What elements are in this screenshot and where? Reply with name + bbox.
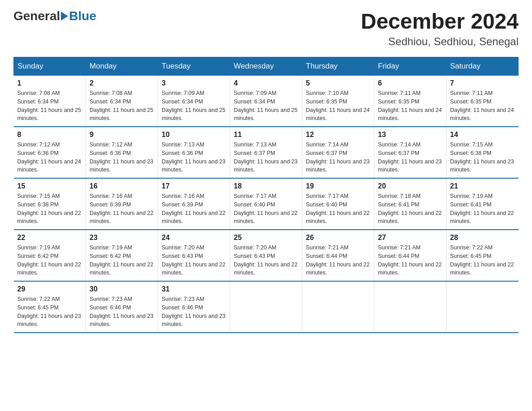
day-info: Sunrise: 7:22 AMSunset: 6:45 PMDaylight:… — [17, 295, 82, 329]
day-info: Sunrise: 7:19 AMSunset: 6:41 PMDaylight:… — [450, 192, 515, 226]
header-sunday: Sunday — [14, 57, 86, 76]
calendar-week-row: 15 Sunrise: 7:15 AMSunset: 6:38 PMDaylig… — [14, 178, 519, 230]
day-number: 21 — [450, 182, 515, 190]
day-info: Sunrise: 7:16 AMSunset: 6:39 PMDaylight:… — [162, 192, 226, 226]
month-title: December 2024 — [361, 9, 519, 34]
calendar-cell — [446, 281, 519, 333]
day-info: Sunrise: 7:21 AMSunset: 6:44 PMDaylight:… — [306, 244, 370, 277]
day-info: Sunrise: 7:14 AMSunset: 6:37 PMDaylight:… — [306, 141, 370, 174]
day-number: 22 — [17, 234, 82, 242]
day-number: 27 — [378, 234, 442, 242]
day-info: Sunrise: 7:08 AMSunset: 6:34 PMDaylight:… — [90, 89, 154, 123]
day-info: Sunrise: 7:21 AMSunset: 6:44 PMDaylight:… — [378, 244, 442, 277]
day-info: Sunrise: 7:19 AMSunset: 6:42 PMDaylight:… — [90, 244, 154, 277]
day-number: 25 — [234, 234, 298, 242]
day-number: 6 — [378, 79, 442, 87]
calendar-cell: 27 Sunrise: 7:21 AMSunset: 6:44 PMDaylig… — [374, 230, 446, 281]
calendar-cell: 31 Sunrise: 7:23 AMSunset: 6:46 PMDaylig… — [158, 281, 230, 333]
day-info: Sunrise: 7:23 AMSunset: 6:46 PMDaylight:… — [90, 295, 154, 329]
logo: General Blue — [13, 9, 96, 23]
day-info: Sunrise: 7:20 AMSunset: 6:43 PMDaylight:… — [162, 244, 226, 277]
day-info: Sunrise: 7:08 AMSunset: 6:34 PMDaylight:… — [17, 89, 82, 123]
day-number: 7 — [450, 79, 515, 87]
header-friday: Friday — [374, 57, 446, 76]
calendar-cell: 23 Sunrise: 7:19 AMSunset: 6:42 PMDaylig… — [86, 230, 158, 281]
calendar-cell: 20 Sunrise: 7:18 AMSunset: 6:41 PMDaylig… — [374, 178, 446, 230]
title-block: December 2024 Sedhiou, Sedhiou, Senegal — [361, 9, 519, 48]
day-info: Sunrise: 7:09 AMSunset: 6:34 PMDaylight:… — [234, 89, 298, 123]
day-number: 15 — [17, 182, 82, 190]
calendar-cell: 10 Sunrise: 7:13 AMSunset: 6:36 PMDaylig… — [158, 127, 230, 178]
calendar-cell: 25 Sunrise: 7:20 AMSunset: 6:43 PMDaylig… — [230, 230, 302, 281]
day-info: Sunrise: 7:20 AMSunset: 6:43 PMDaylight:… — [234, 244, 298, 277]
day-info: Sunrise: 7:22 AMSunset: 6:45 PMDaylight:… — [450, 244, 515, 277]
day-number: 28 — [450, 234, 515, 242]
calendar-week-row: 1 Sunrise: 7:08 AMSunset: 6:34 PMDayligh… — [14, 76, 519, 127]
day-number: 30 — [90, 285, 154, 293]
header-thursday: Thursday — [302, 57, 374, 76]
calendar-cell: 4 Sunrise: 7:09 AMSunset: 6:34 PMDayligh… — [230, 76, 302, 127]
day-info: Sunrise: 7:12 AMSunset: 6:36 PMDaylight:… — [17, 141, 82, 174]
day-info: Sunrise: 7:09 AMSunset: 6:34 PMDaylight:… — [162, 89, 226, 123]
day-number: 1 — [17, 79, 82, 87]
day-info: Sunrise: 7:13 AMSunset: 6:36 PMDaylight:… — [162, 141, 226, 174]
day-number: 24 — [162, 234, 226, 242]
calendar-cell: 1 Sunrise: 7:08 AMSunset: 6:34 PMDayligh… — [14, 76, 86, 127]
day-number: 26 — [306, 234, 370, 242]
day-number: 3 — [162, 79, 226, 87]
calendar-cell: 21 Sunrise: 7:19 AMSunset: 6:41 PMDaylig… — [446, 178, 519, 230]
header-tuesday: Tuesday — [158, 57, 230, 76]
day-number: 5 — [306, 79, 370, 87]
day-number: 12 — [306, 131, 370, 139]
calendar-week-row: 29 Sunrise: 7:22 AMSunset: 6:45 PMDaylig… — [14, 281, 519, 333]
calendar-cell: 24 Sunrise: 7:20 AMSunset: 6:43 PMDaylig… — [158, 230, 230, 281]
calendar-cell: 26 Sunrise: 7:21 AMSunset: 6:44 PMDaylig… — [302, 230, 374, 281]
header-saturday: Saturday — [446, 57, 519, 76]
header-wednesday: Wednesday — [230, 57, 302, 76]
calendar-cell: 17 Sunrise: 7:16 AMSunset: 6:39 PMDaylig… — [158, 178, 230, 230]
calendar-header-row: SundayMondayTuesdayWednesdayThursdayFrid… — [14, 57, 519, 76]
day-info: Sunrise: 7:12 AMSunset: 6:36 PMDaylight:… — [90, 141, 154, 174]
day-number: 18 — [234, 182, 298, 190]
calendar-cell — [374, 281, 446, 333]
day-info: Sunrise: 7:11 AMSunset: 6:35 PMDaylight:… — [450, 89, 515, 123]
day-number: 19 — [306, 182, 370, 190]
calendar-cell: 12 Sunrise: 7:14 AMSunset: 6:37 PMDaylig… — [302, 127, 374, 178]
calendar-cell — [302, 281, 374, 333]
day-info: Sunrise: 7:15 AMSunset: 6:38 PMDaylight:… — [17, 192, 82, 226]
day-number: 31 — [162, 285, 226, 293]
day-info: Sunrise: 7:18 AMSunset: 6:41 PMDaylight:… — [378, 192, 442, 226]
calendar-cell: 7 Sunrise: 7:11 AMSunset: 6:35 PMDayligh… — [446, 76, 519, 127]
day-info: Sunrise: 7:16 AMSunset: 6:39 PMDaylight:… — [90, 192, 154, 226]
calendar-cell: 3 Sunrise: 7:09 AMSunset: 6:34 PMDayligh… — [158, 76, 230, 127]
calendar-cell: 2 Sunrise: 7:08 AMSunset: 6:34 PMDayligh… — [86, 76, 158, 127]
day-number: 4 — [234, 79, 298, 87]
calendar-cell: 29 Sunrise: 7:22 AMSunset: 6:45 PMDaylig… — [14, 281, 86, 333]
day-info: Sunrise: 7:14 AMSunset: 6:37 PMDaylight:… — [378, 141, 442, 174]
day-number: 29 — [17, 285, 82, 293]
calendar-table: SundayMondayTuesdayWednesdayThursdayFrid… — [13, 57, 519, 333]
header-monday: Monday — [86, 57, 158, 76]
calendar-week-row: 8 Sunrise: 7:12 AMSunset: 6:36 PMDayligh… — [14, 127, 519, 178]
day-number: 23 — [90, 234, 154, 242]
calendar-cell: 8 Sunrise: 7:12 AMSunset: 6:36 PMDayligh… — [14, 127, 86, 178]
day-info: Sunrise: 7:23 AMSunset: 6:46 PMDaylight:… — [162, 295, 226, 329]
calendar-cell: 22 Sunrise: 7:19 AMSunset: 6:42 PMDaylig… — [14, 230, 86, 281]
calendar-week-row: 22 Sunrise: 7:19 AMSunset: 6:42 PMDaylig… — [14, 230, 519, 281]
calendar-cell: 30 Sunrise: 7:23 AMSunset: 6:46 PMDaylig… — [86, 281, 158, 333]
day-info: Sunrise: 7:15 AMSunset: 6:38 PMDaylight:… — [450, 141, 515, 174]
day-info: Sunrise: 7:17 AMSunset: 6:40 PMDaylight:… — [234, 192, 298, 226]
day-number: 16 — [90, 182, 154, 190]
calendar-cell: 18 Sunrise: 7:17 AMSunset: 6:40 PMDaylig… — [230, 178, 302, 230]
calendar-cell: 9 Sunrise: 7:12 AMSunset: 6:36 PMDayligh… — [86, 127, 158, 178]
day-number: 20 — [378, 182, 442, 190]
day-number: 17 — [162, 182, 226, 190]
calendar-cell: 15 Sunrise: 7:15 AMSunset: 6:38 PMDaylig… — [14, 178, 86, 230]
day-number: 8 — [17, 131, 82, 139]
day-info: Sunrise: 7:17 AMSunset: 6:40 PMDaylight:… — [306, 192, 370, 226]
calendar-cell: 11 Sunrise: 7:13 AMSunset: 6:37 PMDaylig… — [230, 127, 302, 178]
day-info: Sunrise: 7:19 AMSunset: 6:42 PMDaylight:… — [17, 244, 82, 277]
calendar-cell — [230, 281, 302, 333]
day-info: Sunrise: 7:11 AMSunset: 6:35 PMDaylight:… — [378, 89, 442, 123]
page-header: General Blue December 2024 Sedhiou, Sedh… — [13, 9, 519, 48]
